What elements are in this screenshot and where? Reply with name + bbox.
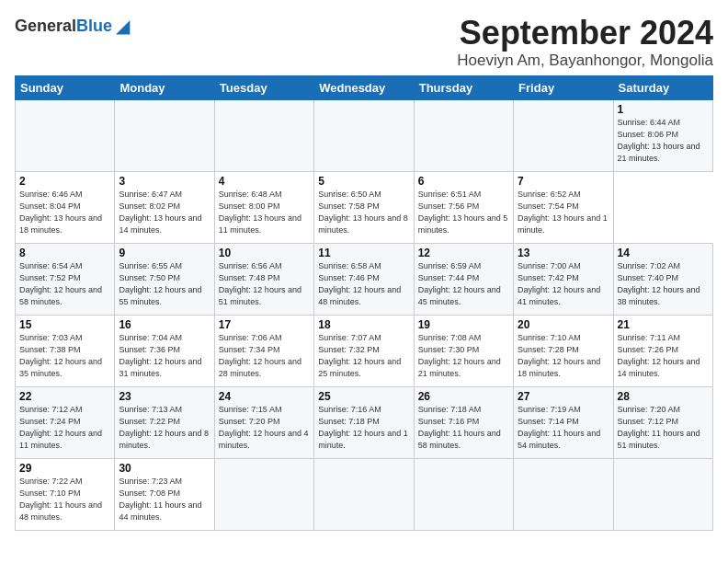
sunrise-text: Sunrise: 7:15 AM <box>219 405 282 414</box>
sunset-text: Sunset: 7:50 PM <box>119 273 180 282</box>
sunrise-text: Sunrise: 6:56 AM <box>219 261 282 270</box>
sunrise-text: Sunrise: 6:44 AM <box>618 118 681 127</box>
sunset-text: Sunset: 7:20 PM <box>219 417 280 426</box>
day-info: Sunrise: 7:06 AM Sunset: 7:34 PM Dayligh… <box>219 332 310 380</box>
calendar-cell: 1 Sunrise: 6:44 AM Sunset: 8:06 PM Dayli… <box>613 99 712 171</box>
sunset-text: Sunset: 8:02 PM <box>119 201 180 211</box>
calendar-cell <box>414 99 513 171</box>
sunrise-text: Sunrise: 7:22 AM <box>19 477 83 486</box>
calendar-cell: 18 Sunrise: 7:07 AM Sunset: 7:32 PM Dayl… <box>314 315 414 386</box>
calendar-cell <box>514 99 613 171</box>
calendar-cell <box>314 99 414 171</box>
sunrise-text: Sunrise: 7:10 AM <box>518 333 581 342</box>
day-number: 28 <box>618 390 709 403</box>
sunset-text: Sunset: 7:32 PM <box>318 345 380 354</box>
day-number: 10 <box>219 247 310 259</box>
header-day-tuesday: Tuesday <box>214 75 313 99</box>
calendar-cell: 19 Sunrise: 7:08 AM Sunset: 7:30 PM Dayl… <box>414 315 513 386</box>
day-info: Sunrise: 6:51 AM Sunset: 7:56 PM Dayligh… <box>418 189 509 236</box>
sunrise-text: Sunrise: 7:12 AM <box>19 405 83 414</box>
sunset-text: Sunset: 7:24 PM <box>19 417 81 426</box>
calendar-week-row: 2 Sunrise: 6:46 AM Sunset: 8:04 PM Dayli… <box>16 171 713 243</box>
day-number: 8 <box>19 247 110 259</box>
sunset-text: Sunset: 7:48 PM <box>219 273 280 282</box>
sunrise-text: Sunrise: 7:04 AM <box>119 333 182 342</box>
day-info: Sunrise: 7:23 AM Sunset: 7:08 PM Dayligh… <box>119 476 210 523</box>
daylight-text: Daylight: 12 hours and 31 minutes. <box>119 357 201 378</box>
daylight-text: Daylight: 12 hours and 21 minutes. <box>418 357 501 378</box>
sunset-text: Sunset: 8:06 PM <box>618 130 679 139</box>
calendar-cell: 17 Sunrise: 7:06 AM Sunset: 7:34 PM Dayl… <box>214 315 313 386</box>
sunrise-text: Sunrise: 7:07 AM <box>318 333 381 342</box>
logo-bird-icon: ◢ <box>116 15 130 37</box>
calendar-cell: 28 Sunrise: 7:20 AM Sunset: 7:12 PM Dayl… <box>613 386 712 458</box>
day-info: Sunrise: 6:52 AM Sunset: 7:54 PM Dayligh… <box>518 189 609 236</box>
day-info: Sunrise: 7:15 AM Sunset: 7:20 PM Dayligh… <box>219 404 310 452</box>
daylight-text: Daylight: 11 hours and 54 minutes. <box>518 429 600 450</box>
day-number: 15 <box>19 318 110 331</box>
daylight-text: Daylight: 12 hours and 58 minutes. <box>19 285 102 306</box>
calendar-cell: 22 Sunrise: 7:12 AM Sunset: 7:24 PM Dayl… <box>16 386 115 458</box>
month-title: September 2024 <box>457 15 713 52</box>
calendar-cell: 8 Sunrise: 6:54 AM Sunset: 7:52 PM Dayli… <box>16 243 115 315</box>
calendar-cell: 15 Sunrise: 7:03 AM Sunset: 7:38 PM Dayl… <box>16 315 115 386</box>
calendar-week-row: 22 Sunrise: 7:12 AM Sunset: 7:24 PM Dayl… <box>16 386 713 458</box>
daylight-text: Daylight: 12 hours and 41 minutes. <box>518 285 600 306</box>
sunset-text: Sunset: 7:10 PM <box>19 488 81 498</box>
calendar-cell <box>115 99 214 171</box>
daylight-text: Daylight: 12 hours and 55 minutes. <box>119 285 201 306</box>
header: GeneralBlue ◢ September 2024 Hoeviyn Am,… <box>15 15 713 70</box>
sunset-text: Sunset: 7:08 PM <box>119 488 180 498</box>
sunrise-text: Sunrise: 7:23 AM <box>119 477 182 486</box>
day-info: Sunrise: 7:11 AM Sunset: 7:26 PM Dayligh… <box>618 332 709 380</box>
day-number: 23 <box>119 390 210 403</box>
day-info: Sunrise: 7:18 AM Sunset: 7:16 PM Dayligh… <box>418 404 509 452</box>
day-info: Sunrise: 7:04 AM Sunset: 7:36 PM Dayligh… <box>119 332 210 380</box>
day-info: Sunrise: 6:44 AM Sunset: 8:06 PM Dayligh… <box>618 117 709 165</box>
daylight-text: Daylight: 13 hours and 8 minutes. <box>318 213 408 235</box>
day-number: 11 <box>318 247 409 259</box>
calendar-cell: 10 Sunrise: 6:56 AM Sunset: 7:48 PM Dayl… <box>214 243 313 315</box>
sunset-text: Sunset: 7:46 PM <box>318 273 380 282</box>
subtitle: Hoeviyn Am, Bayanhongor, Mongolia <box>457 52 713 70</box>
sunrise-text: Sunrise: 7:06 AM <box>219 333 282 342</box>
day-number: 3 <box>119 175 210 188</box>
sunrise-text: Sunrise: 7:08 AM <box>418 333 482 342</box>
day-info: Sunrise: 6:47 AM Sunset: 8:02 PM Dayligh… <box>119 189 210 236</box>
day-info: Sunrise: 7:16 AM Sunset: 7:18 PM Dayligh… <box>318 404 409 452</box>
calendar-cell <box>414 458 513 530</box>
sunset-text: Sunset: 7:36 PM <box>119 345 180 354</box>
calendar-cell: 14 Sunrise: 7:02 AM Sunset: 7:40 PM Dayl… <box>613 243 712 315</box>
day-number: 26 <box>418 390 509 403</box>
day-info: Sunrise: 7:02 AM Sunset: 7:40 PM Dayligh… <box>618 260 709 308</box>
calendar-cell: 25 Sunrise: 7:16 AM Sunset: 7:18 PM Dayl… <box>314 386 414 458</box>
calendar-cell: 20 Sunrise: 7:10 AM Sunset: 7:28 PM Dayl… <box>514 315 613 386</box>
calendar-cell <box>214 99 313 171</box>
calendar-header-row: SundayMondayTuesdayWednesdayThursdayFrid… <box>16 75 713 99</box>
sunrise-text: Sunrise: 7:16 AM <box>318 405 381 414</box>
day-info: Sunrise: 7:03 AM Sunset: 7:38 PM Dayligh… <box>19 332 110 380</box>
sunset-text: Sunset: 7:52 PM <box>19 273 81 282</box>
sunset-text: Sunset: 7:38 PM <box>19 345 81 354</box>
sunrise-text: Sunrise: 7:20 AM <box>618 405 681 414</box>
day-number: 9 <box>119 247 210 259</box>
day-info: Sunrise: 6:50 AM Sunset: 7:58 PM Dayligh… <box>318 189 409 236</box>
day-number: 19 <box>418 318 509 331</box>
sunrise-text: Sunrise: 7:03 AM <box>19 333 83 342</box>
logo: GeneralBlue ◢ <box>15 15 130 37</box>
calendar-week-row: 15 Sunrise: 7:03 AM Sunset: 7:38 PM Dayl… <box>16 315 713 386</box>
day-number: 30 <box>119 462 210 475</box>
sunrise-text: Sunrise: 7:18 AM <box>418 405 482 414</box>
day-number: 21 <box>618 318 709 331</box>
daylight-text: Daylight: 12 hours and 45 minutes. <box>418 285 501 306</box>
daylight-text: Daylight: 12 hours and 35 minutes. <box>19 357 102 378</box>
calendar-cell: 9 Sunrise: 6:55 AM Sunset: 7:50 PM Dayli… <box>115 243 214 315</box>
day-number: 13 <box>518 247 609 259</box>
header-day-friday: Friday <box>514 75 613 99</box>
sunset-text: Sunset: 7:56 PM <box>418 201 480 211</box>
title-block: September 2024 Hoeviyn Am, Bayanhongor, … <box>457 15 713 70</box>
sunset-text: Sunset: 7:42 PM <box>518 273 579 282</box>
sunrise-text: Sunrise: 6:50 AM <box>318 190 381 199</box>
day-info: Sunrise: 6:59 AM Sunset: 7:44 PM Dayligh… <box>418 260 509 308</box>
sunrise-text: Sunrise: 6:52 AM <box>518 190 581 199</box>
